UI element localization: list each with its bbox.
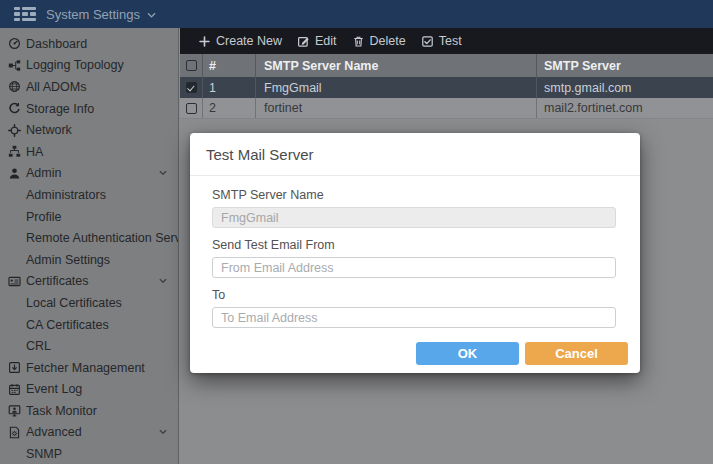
fortinet-logo-icon: [14, 7, 36, 22]
chevron-down-icon: [158, 276, 168, 286]
to-label: To: [212, 288, 616, 302]
app-header: System Settings: [0, 0, 713, 28]
smtp-server-name-field: [212, 207, 616, 228]
network-icon: [8, 124, 21, 137]
trash-icon: [352, 35, 365, 48]
dialog-footer: OK Cancel: [416, 342, 628, 365]
sidebar-item-all-adoms[interactable]: All ADOMs: [0, 76, 178, 98]
table-row[interactable]: 1 FmgGmail smtp.gmail.com: [180, 77, 713, 98]
create-new-button[interactable]: Create New: [198, 34, 282, 48]
sidebar-item-network[interactable]: Network: [0, 119, 178, 141]
sidebar-item-ca-certificates[interactable]: CA Certificates: [0, 314, 178, 336]
dialog-body: SMTP Server Name Send Test Email From To: [190, 176, 640, 328]
select-all-checkbox[interactable]: [186, 60, 197, 71]
task-monitor-icon: [8, 404, 21, 417]
chevron-down-icon: [146, 10, 157, 21]
test-button[interactable]: Test: [421, 34, 462, 48]
sidebar: Dashboard Logging Topology All ADOMs Sto…: [0, 28, 179, 464]
sidebar-item-advanced[interactable]: Advanced: [0, 422, 178, 444]
module-switcher[interactable]: System Settings: [46, 7, 140, 22]
sidebar-item-snmp[interactable]: SNMP: [0, 443, 178, 464]
to-email-field[interactable]: [212, 307, 616, 328]
table-header-row: # SMTP Server Name SMTP Server: [180, 54, 713, 77]
person-icon: [8, 167, 21, 180]
fortimanager-screen: System Settings Dashboard Logging Topolo…: [0, 0, 713, 464]
column-header-num[interactable]: #: [202, 54, 255, 77]
plus-icon: [198, 35, 211, 48]
advanced-icon: [8, 426, 21, 439]
sidebar-item-ha[interactable]: HA: [0, 141, 178, 163]
sidebar-item-local-certificates[interactable]: Local Certificates: [0, 292, 178, 314]
fetcher-icon: [8, 361, 21, 374]
topology-icon: [8, 59, 21, 72]
id-card-icon: [8, 275, 21, 288]
ha-cluster-icon: [8, 145, 21, 158]
sidebar-item-certificates[interactable]: Certificates: [0, 271, 178, 293]
sidebar-item-remote-authentication-server[interactable]: Remote Authentication Server: [0, 227, 178, 249]
row-checkbox[interactable]: [186, 82, 197, 93]
dialog-header: Test Mail Server: [190, 133, 640, 176]
row-checkbox[interactable]: [186, 103, 197, 114]
chevron-down-icon: [158, 427, 168, 437]
sidebar-item-dashboard[interactable]: Dashboard: [0, 33, 178, 55]
edit-button[interactable]: Edit: [297, 34, 337, 48]
toolbar: Create New Edit Delete Test: [180, 28, 713, 54]
test-mail-server-dialog: Test Mail Server SMTP Server Name Send T…: [190, 133, 640, 373]
delete-button[interactable]: Delete: [352, 34, 406, 48]
dialog-title: Test Mail Server: [206, 146, 624, 163]
ok-button[interactable]: OK: [416, 342, 519, 365]
sidebar-item-task-monitor[interactable]: Task Monitor: [0, 400, 178, 422]
globe-icon: [8, 80, 21, 93]
sidebar-item-fetcher-management[interactable]: Fetcher Management: [0, 357, 178, 379]
sidebar-item-administrators[interactable]: Administrators: [0, 184, 178, 206]
column-header-smtp-server[interactable]: SMTP Server: [536, 54, 713, 77]
sidebar-item-profile[interactable]: Profile: [0, 206, 178, 228]
column-header-smtp-server-name[interactable]: SMTP Server Name: [255, 54, 536, 77]
sidebar-item-crl[interactable]: CRL: [0, 335, 178, 357]
dashboard-icon: [8, 37, 21, 50]
sidebar-item-event-log[interactable]: Event Log: [0, 379, 178, 401]
sync-icon: [8, 102, 21, 115]
sidebar-item-admin[interactable]: Admin: [0, 163, 178, 185]
event-log-icon: [8, 383, 21, 396]
chevron-down-icon: [158, 168, 168, 178]
from-email-field[interactable]: [212, 257, 616, 278]
test-check-icon: [421, 35, 434, 48]
edit-icon: [297, 35, 310, 48]
sidebar-item-admin-settings[interactable]: Admin Settings: [0, 249, 178, 271]
cancel-button[interactable]: Cancel: [525, 342, 628, 365]
sidebar-item-logging-topology[interactable]: Logging Topology: [0, 55, 178, 77]
smtp-server-name-label: SMTP Server Name: [212, 188, 616, 202]
sidebar-item-storage-info[interactable]: Storage Info: [0, 98, 178, 120]
send-test-email-from-label: Send Test Email From: [212, 238, 616, 252]
table-row[interactable]: 2 fortinet mail2.fortinet.com: [180, 98, 713, 119]
